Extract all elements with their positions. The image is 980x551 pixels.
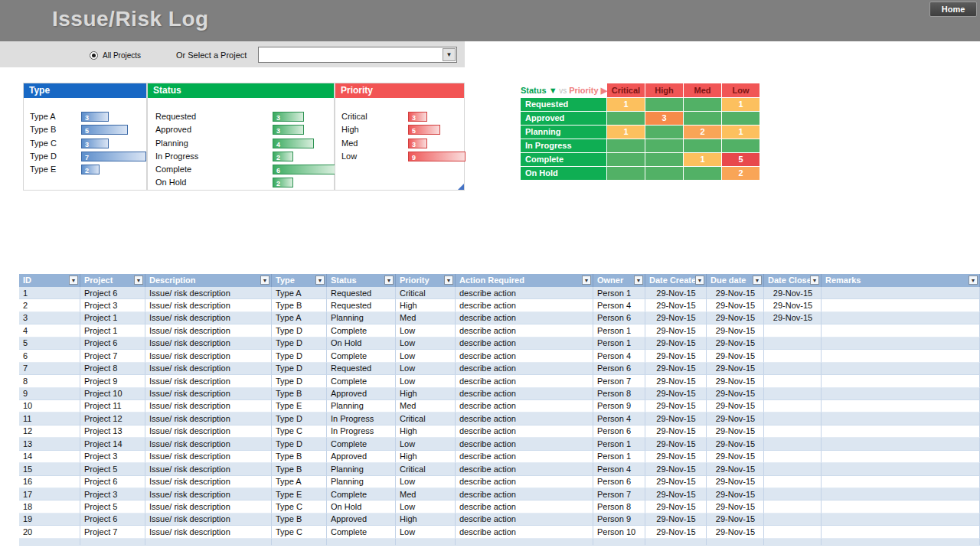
table-cell[interactable]: 29-Nov-15 [645, 476, 707, 488]
matrix-cell[interactable]: 1 [722, 98, 760, 111]
table-cell[interactable]: Project 8 [80, 363, 145, 375]
table-cell[interactable] [822, 388, 980, 400]
filter-dropdown-icon[interactable]: ▼ [444, 276, 453, 285]
table-cell[interactable]: 3 [19, 312, 80, 324]
table-cell[interactable]: 13 [19, 438, 80, 450]
table-cell[interactable]: Low [396, 500, 456, 513]
table-cell[interactable] [645, 539, 707, 546]
table-cell[interactable] [822, 451, 980, 463]
filter-dropdown-icon[interactable]: ▼ [134, 276, 143, 285]
table-cell[interactable]: 29-Nov-15 [707, 488, 764, 500]
table-cell[interactable]: Issue/ risk description [145, 388, 272, 400]
table-cell[interactable]: Low [396, 476, 456, 488]
table-cell[interactable]: describe action [456, 476, 593, 488]
table-cell[interactable]: Requested [327, 363, 396, 375]
table-cell[interactable] [822, 488, 980, 500]
table-cell[interactable]: Project 14 [80, 438, 145, 450]
table-cell[interactable] [764, 363, 822, 375]
table-cell[interactable]: 29-Nov-15 [764, 287, 822, 299]
table-cell[interactable]: Person 1 [593, 324, 645, 337]
table-cell[interactable]: describe action [456, 337, 593, 350]
table-cell[interactable]: 16 [19, 476, 80, 488]
table-cell[interactable]: On Hold [327, 500, 396, 513]
table-cell[interactable]: Type C [272, 526, 327, 538]
matrix-cell[interactable]: 1 [607, 126, 645, 139]
table-cell[interactable]: Planning [327, 312, 396, 324]
table-cell[interactable]: Person 6 [593, 312, 645, 324]
matrix-cell[interactable] [684, 167, 721, 180]
table-cell[interactable]: Type B [272, 514, 327, 526]
table-cell[interactable] [822, 400, 980, 412]
table-cell[interactable]: Issue/ risk description [145, 299, 272, 311]
table-cell[interactable]: Issue/ risk description [145, 375, 272, 387]
table-cell[interactable] [822, 463, 980, 475]
table-cell[interactable]: 29-Nov-15 [645, 438, 707, 450]
table-cell[interactable] [822, 299, 980, 311]
table-cell[interactable]: Type D [272, 438, 327, 450]
table-cell[interactable]: Requested [327, 299, 396, 311]
matrix-cell[interactable] [684, 98, 721, 111]
table-cell[interactable]: Project 12 [80, 412, 145, 425]
table-cell[interactable]: Person 6 [593, 425, 645, 438]
table-cell[interactable]: 29-Nov-15 [707, 451, 764, 463]
matrix-cell[interactable]: 2 [684, 126, 721, 139]
matrix-cell[interactable] [607, 139, 645, 152]
table-cell[interactable]: 29-Nov-15 [707, 337, 764, 350]
table-cell[interactable]: 29-Nov-15 [645, 451, 707, 463]
home-button[interactable]: Home [929, 2, 977, 17]
table-cell[interactable]: 18 [19, 500, 80, 513]
table-cell[interactable]: Project 1 [80, 312, 145, 324]
table-cell[interactable]: Med [396, 312, 456, 324]
table-cell[interactable]: Person 9 [593, 400, 645, 412]
matrix-status-label[interactable]: Status ▼ [521, 86, 557, 95]
table-cell[interactable]: 29-Nov-15 [707, 375, 764, 387]
table-cell[interactable]: Type D [272, 363, 327, 375]
matrix-cell[interactable]: 5 [722, 153, 760, 166]
table-cell[interactable]: 1 [19, 287, 80, 299]
matrix-cell[interactable] [607, 167, 645, 180]
table-cell[interactable]: 29-Nov-15 [645, 287, 707, 299]
table-cell[interactable]: Type C [272, 500, 327, 513]
table-cell[interactable]: Person 10 [593, 526, 645, 538]
table-cell[interactable]: Project 3 [80, 451, 145, 463]
table-cell[interactable]: Complete [327, 324, 396, 337]
table-cell[interactable]: Issue/ risk description [145, 463, 272, 475]
table-cell[interactable] [80, 539, 145, 546]
table-cell[interactable]: 9 [19, 388, 80, 400]
table-cell[interactable]: 29-Nov-15 [645, 299, 707, 311]
table-cell[interactable] [764, 526, 822, 538]
table-cell[interactable]: Person 7 [593, 488, 645, 500]
table-cell[interactable]: Type A [272, 287, 327, 299]
table-cell[interactable]: High [396, 425, 456, 438]
table-cell[interactable]: Complete [327, 526, 396, 538]
table-cell[interactable]: 29-Nov-15 [707, 363, 764, 375]
table-cell[interactable]: Issue/ risk description [145, 412, 272, 425]
table-cell[interactable]: 29-Nov-15 [764, 299, 822, 311]
table-cell[interactable]: 29-Nov-15 [707, 412, 764, 425]
table-cell[interactable]: Type D [272, 350, 327, 362]
matrix-cell[interactable]: 1 [607, 98, 645, 111]
table-cell[interactable] [822, 375, 980, 387]
table-cell[interactable]: Person 9 [593, 514, 645, 526]
table-cell[interactable]: Person 7 [593, 375, 645, 387]
matrix-priority-label[interactable]: Priority ▶ [569, 86, 607, 95]
table-cell[interactable]: 12 [19, 425, 80, 438]
table-cell[interactable]: Issue/ risk description [145, 526, 272, 538]
table-cell[interactable]: Low [396, 363, 456, 375]
matrix-cell[interactable]: 1 [722, 126, 760, 139]
table-cell[interactable]: 4 [19, 324, 80, 337]
table-cell[interactable]: Issue/ risk description [145, 312, 272, 324]
table-cell[interactable]: Low [396, 324, 456, 337]
table-cell[interactable]: 29-Nov-15 [707, 476, 764, 488]
matrix-cell[interactable] [722, 112, 760, 125]
matrix-cell[interactable] [645, 153, 683, 166]
table-cell[interactable]: describe action [456, 400, 593, 412]
table-cell[interactable]: 5 [19, 337, 80, 350]
table-cell[interactable]: describe action [456, 312, 593, 324]
table-cell[interactable]: Type B [272, 299, 327, 311]
table-cell[interactable] [764, 476, 822, 488]
table-cell[interactable]: 29-Nov-15 [707, 438, 764, 450]
table-cell[interactable] [822, 514, 980, 526]
filter-dropdown-icon[interactable]: ▼ [582, 276, 591, 285]
filter-dropdown-icon[interactable]: ▼ [634, 276, 643, 285]
